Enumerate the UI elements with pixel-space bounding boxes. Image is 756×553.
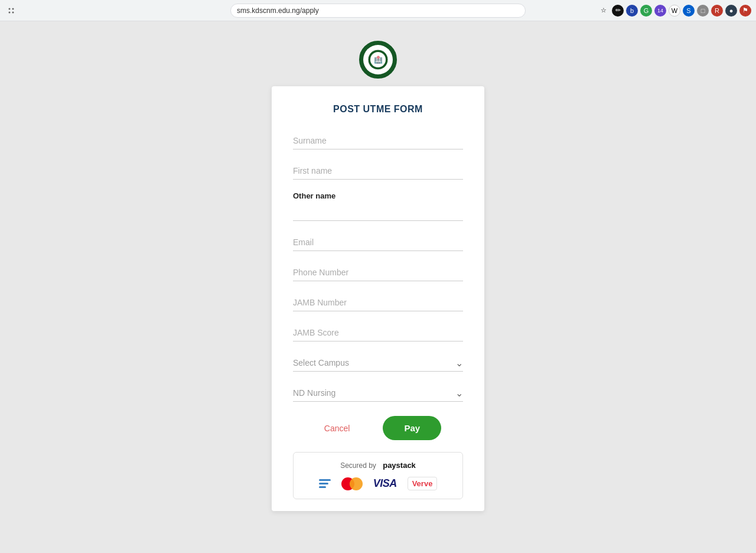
- form-card: POST UTME FORM Other name: [272, 86, 484, 511]
- jamb-score-input[interactable]: [293, 323, 463, 341]
- programme-select-wrapper: ND Nursing: [293, 383, 463, 402]
- jamb-score-group: [293, 323, 463, 341]
- surname-input[interactable]: [293, 131, 463, 149]
- othername-label: Other name: [293, 191, 463, 200]
- firstname-input[interactable]: [293, 161, 463, 180]
- circle-icon[interactable]: ●: [725, 5, 737, 17]
- star-icon[interactable]: ☆: [598, 5, 610, 17]
- svg-point-2: [9, 11, 11, 13]
- othername-group: Other name: [293, 191, 463, 221]
- svg-point-3: [12, 11, 14, 13]
- lines-payment-icon: [319, 479, 331, 488]
- svg-point-1: [12, 8, 14, 9]
- jamb-number-input[interactable]: [293, 293, 463, 311]
- svg-point-0: [9, 8, 11, 9]
- flag-icon[interactable]: ⚑: [739, 5, 751, 17]
- mastercard-icon: [341, 477, 363, 490]
- phone-group: [293, 263, 463, 281]
- campus-group: Select Campus: [293, 353, 463, 372]
- r-icon[interactable]: R: [711, 5, 723, 17]
- s-icon[interactable]: S: [683, 5, 695, 17]
- verve-icon: Verve: [408, 477, 438, 490]
- campus-select[interactable]: Select Campus: [293, 353, 463, 372]
- address-bar[interactable]: sms.kdscnm.edu.ng/apply: [230, 4, 526, 18]
- logo-emblem: 🏥: [363, 45, 393, 74]
- surname-group: [293, 131, 463, 149]
- tab-drag-icon: [7, 6, 15, 15]
- jamb-number-group: [293, 293, 463, 311]
- campus-select-wrapper: Select Campus: [293, 353, 463, 372]
- ext-icon-14[interactable]: 14: [654, 5, 666, 17]
- school-logo: 🏥: [357, 39, 399, 80]
- email-group: [293, 233, 463, 251]
- phone-input[interactable]: [293, 263, 463, 281]
- b-icon[interactable]: b: [626, 5, 638, 17]
- form-title: POST UTME FORM: [293, 104, 463, 115]
- visa-icon: VISA: [373, 477, 397, 490]
- email-input[interactable]: [293, 233, 463, 251]
- cancel-button[interactable]: Cancel: [315, 419, 360, 438]
- programme-select[interactable]: ND Nursing: [293, 383, 463, 402]
- svg-text:🏥: 🏥: [374, 55, 383, 64]
- url-text: sms.kdscnm.edu.ng/apply: [237, 6, 319, 15]
- page-content: 🏥 POST UTME FORM Other name: [0, 21, 756, 535]
- othername-input[interactable]: [293, 203, 463, 221]
- w-icon[interactable]: W: [669, 5, 680, 17]
- pen-icon[interactable]: ✏: [612, 5, 624, 17]
- pay-button[interactable]: Pay: [383, 416, 441, 440]
- paystack-section: Secured by paystack VISA Verve: [293, 452, 463, 499]
- paystack-logo: paystack: [383, 461, 416, 470]
- browser-toolbar-icons: ☆ ✏ b G 14 W S □ R ● ⚑: [598, 5, 751, 17]
- payment-logos: VISA Verve: [303, 477, 453, 490]
- g-icon[interactable]: G: [640, 5, 652, 17]
- secured-by-label: Secured by paystack: [303, 461, 453, 470]
- form-buttons: Cancel Pay: [293, 416, 463, 440]
- browser-bar: sms.kdscnm.edu.ng/apply ☆ ✏ b G 14 W S □…: [0, 0, 756, 21]
- box-icon[interactable]: □: [697, 5, 709, 17]
- firstname-group: [293, 161, 463, 180]
- programme-group: ND Nursing: [293, 383, 463, 402]
